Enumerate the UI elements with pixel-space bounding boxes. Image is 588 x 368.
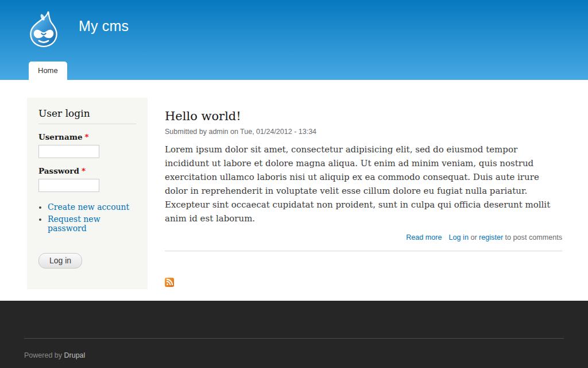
site-name[interactable]: My cms [79,18,129,34]
list-item: Create new account [48,202,136,212]
article-body: Lorem ipsum dolor sit amet, consectetur … [165,143,562,225]
list-item: Request new password [48,214,136,233]
drupal-droplet-icon [27,9,60,48]
login-links-list: Create new account Request new password [38,202,136,233]
read-more-link[interactable]: Read more [406,233,442,241]
powered-by-text: Powered by [24,351,64,359]
password-label-text: Password [38,166,79,175]
main-menu: Home [29,62,67,80]
comment-links: Log in or register to post comments [449,233,562,241]
article-submitted: Submitted by admin on Tue, 01/24/2012 - … [165,128,562,136]
username-form-item: Username* [38,132,136,158]
main-content: Hello world! Submitted by admin on Tue, … [165,80,562,289]
site-header: My cms Home [0,0,588,80]
username-label-text: Username [38,132,83,141]
or-text: or [469,233,479,241]
powered-by: Powered by Drupal [24,351,564,359]
password-form-item: Password* [38,166,136,192]
article-links: Read moreLog in or register to post comm… [165,233,562,241]
article-title: Hello world! [165,109,562,124]
create-account-link[interactable]: Create new account [48,202,129,212]
nav-tab-home[interactable]: Home [29,62,67,80]
site-footer: Powered by Drupal [0,301,588,368]
username-label: Username* [38,132,136,141]
drupal-logo[interactable] [27,9,60,48]
drupal-link[interactable]: Drupal [64,351,85,359]
post-comments-text: to post comments [503,233,562,241]
rss-icon[interactable] [165,278,174,287]
sidebar-first: User login Username* Password* Create ne… [27,98,148,289]
password-input[interactable] [38,179,99,192]
required-marker: * [82,166,86,175]
log-in-button[interactable]: Log in [38,253,82,269]
register-link[interactable]: register [479,233,503,241]
password-label: Password* [38,166,136,175]
footer-divider: Powered by Drupal [24,338,564,359]
required-marker: * [85,132,89,141]
log-in-link[interactable]: Log in [449,233,469,241]
content-divider [165,251,562,251]
request-password-link[interactable]: Request new password [48,214,100,233]
block-title: User login [38,108,136,124]
user-login-block: User login Username* Password* Create ne… [27,98,148,289]
username-input[interactable] [38,145,99,158]
